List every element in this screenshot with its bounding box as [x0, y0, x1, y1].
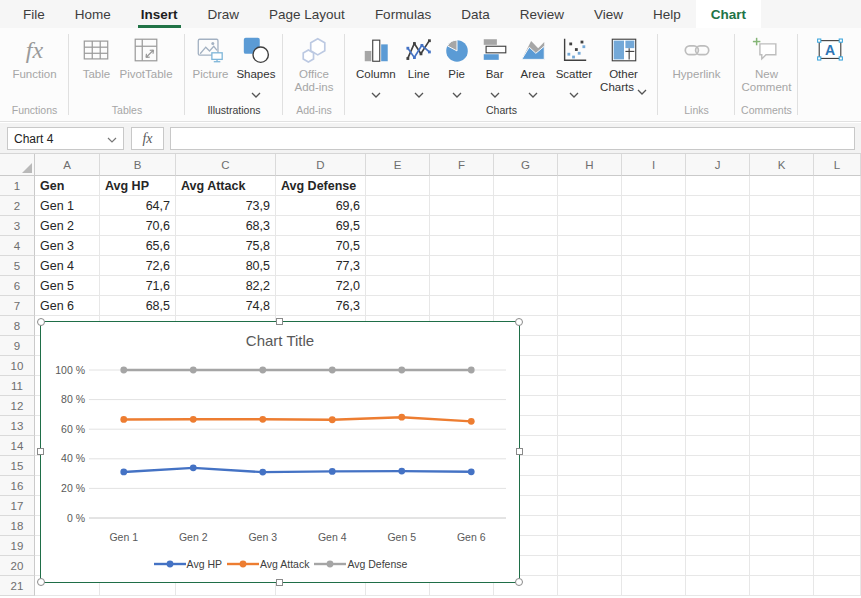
cell[interactable]: [430, 196, 494, 216]
tab-file[interactable]: File: [8, 0, 60, 28]
row-header-7[interactable]: 7: [0, 296, 35, 316]
cell[interactable]: [622, 236, 686, 256]
cell[interactable]: [750, 516, 814, 536]
cell[interactable]: [558, 336, 622, 356]
selection-handle-top-middle[interactable]: [276, 318, 283, 325]
tab-page-layout[interactable]: Page Layout: [254, 0, 360, 28]
cell[interactable]: [686, 396, 750, 416]
cell[interactable]: [686, 336, 750, 356]
cell[interactable]: Gen 3: [35, 236, 100, 256]
row-header-4[interactable]: 4: [0, 236, 35, 256]
tab-insert[interactable]: Insert: [126, 0, 193, 28]
cell[interactable]: [558, 536, 622, 556]
chart-legend[interactable]: Avg HPAvg AttackAvg Defense: [41, 558, 519, 570]
cell[interactable]: [430, 236, 494, 256]
cell[interactable]: [558, 436, 622, 456]
cell[interactable]: [558, 396, 622, 416]
column-header-I[interactable]: I: [622, 154, 686, 176]
cell[interactable]: [814, 416, 861, 436]
cell[interactable]: [558, 356, 622, 376]
name-box[interactable]: Chart 4: [7, 127, 124, 150]
cell[interactable]: [622, 456, 686, 476]
cell[interactable]: [814, 476, 861, 496]
cell[interactable]: [366, 296, 430, 316]
cell[interactable]: [814, 216, 861, 236]
cell[interactable]: [814, 396, 861, 416]
cell[interactable]: [686, 236, 750, 256]
cell[interactable]: [814, 256, 861, 276]
cell[interactable]: [494, 276, 558, 296]
cell[interactable]: [814, 336, 861, 356]
cell[interactable]: [750, 416, 814, 436]
cell[interactable]: [622, 556, 686, 576]
cell[interactable]: Avg Attack: [176, 176, 276, 196]
cell[interactable]: 71,6: [100, 276, 176, 296]
bar-chart-button[interactable]: Bar: [476, 33, 514, 92]
column-header-B[interactable]: B: [100, 154, 176, 176]
cell[interactable]: [494, 236, 558, 256]
selection-handle-top-right[interactable]: [515, 318, 523, 326]
cell[interactable]: Gen 4: [35, 256, 100, 276]
row-header-16[interactable]: 16: [0, 476, 35, 496]
cell[interactable]: [814, 236, 861, 256]
row-header-10[interactable]: 10: [0, 356, 35, 376]
cell[interactable]: [622, 396, 686, 416]
row-header-19[interactable]: 19: [0, 536, 35, 556]
tab-draw[interactable]: Draw: [193, 0, 255, 28]
cell[interactable]: [750, 356, 814, 376]
cell[interactable]: [558, 416, 622, 436]
selection-handle-bottom-left[interactable]: [37, 578, 45, 586]
cell[interactable]: 72,6: [100, 256, 176, 276]
tab-chart[interactable]: Chart: [696, 0, 761, 28]
row-header-14[interactable]: 14: [0, 436, 35, 456]
selection-handle-top-left[interactable]: [37, 318, 45, 326]
cell[interactable]: [686, 416, 750, 436]
embedded-chart[interactable]: Chart Title 100 %80 %60 %40 %20 %0 %Gen …: [40, 321, 520, 583]
row-header-1[interactable]: 1: [0, 176, 35, 196]
cell[interactable]: [686, 216, 750, 236]
cell[interactable]: [494, 256, 558, 276]
cell[interactable]: [814, 456, 861, 476]
cell[interactable]: [814, 316, 861, 336]
cell[interactable]: [814, 296, 861, 316]
cell[interactable]: [814, 536, 861, 556]
selection-handle-middle-right[interactable]: [516, 448, 523, 455]
cell[interactable]: [558, 476, 622, 496]
cell[interactable]: [366, 256, 430, 276]
cell[interactable]: [558, 196, 622, 216]
column-header-E[interactable]: E: [366, 154, 430, 176]
cell[interactable]: [430, 256, 494, 276]
selection-handle-middle-left[interactable]: [37, 448, 44, 455]
cell[interactable]: [622, 176, 686, 196]
insert-function-button[interactable]: fx: [131, 127, 164, 150]
select-all-corner[interactable]: [0, 154, 35, 176]
cell[interactable]: [814, 576, 861, 596]
cell[interactable]: [814, 376, 861, 396]
cell[interactable]: [558, 516, 622, 536]
cell[interactable]: [494, 176, 558, 196]
pie-chart-button[interactable]: Pie: [438, 33, 476, 92]
cell[interactable]: [622, 436, 686, 456]
row-header-11[interactable]: 11: [0, 376, 35, 396]
cell[interactable]: [622, 496, 686, 516]
cell[interactable]: Gen 2: [35, 216, 100, 236]
cell[interactable]: [558, 216, 622, 236]
cell[interactable]: [814, 196, 861, 216]
cell[interactable]: [750, 396, 814, 416]
cell[interactable]: [430, 176, 494, 196]
cell[interactable]: 74,8: [176, 296, 276, 316]
area-chart-button[interactable]: Area: [514, 33, 552, 92]
chart-title[interactable]: Chart Title: [41, 332, 519, 349]
column-header-J[interactable]: J: [686, 154, 750, 176]
cell[interactable]: [750, 556, 814, 576]
column-header-F[interactable]: F: [430, 154, 494, 176]
row-header-3[interactable]: 3: [0, 216, 35, 236]
selection-handle-bottom-right[interactable]: [515, 578, 523, 586]
column-header-G[interactable]: G: [494, 154, 558, 176]
row-header-13[interactable]: 13: [0, 416, 35, 436]
cell[interactable]: [558, 556, 622, 576]
cell[interactable]: 69,5: [276, 216, 366, 236]
cell[interactable]: [558, 236, 622, 256]
cell[interactable]: [622, 276, 686, 296]
cell[interactable]: [622, 256, 686, 276]
